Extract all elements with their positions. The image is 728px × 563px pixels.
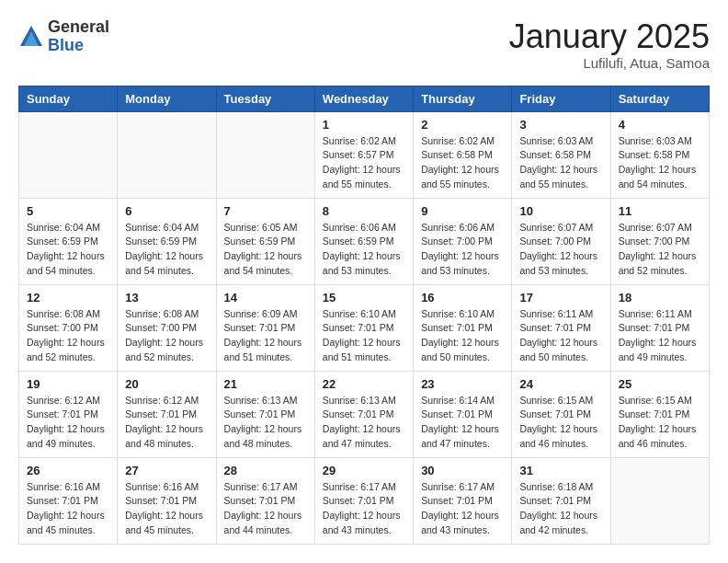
day-number: 30: [421, 464, 504, 477]
day-number: 21: [224, 377, 307, 391]
day-number: 28: [224, 464, 307, 477]
logo-icon: [18, 24, 44, 50]
week-row-3: 12Sunrise: 6:08 AMSunset: 7:00 PMDayligh…: [19, 284, 710, 371]
day-info: Sunrise: 6:17 AMSunset: 7:01 PMDaylight:…: [421, 480, 504, 538]
day-cell: 25Sunrise: 6:15 AMSunset: 7:01 PMDayligh…: [610, 371, 709, 457]
day-info: Sunrise: 6:08 AMSunset: 7:00 PMDaylight:…: [125, 307, 208, 365]
day-cell: [216, 111, 314, 198]
day-cell: 5Sunrise: 6:04 AMSunset: 6:59 PMDaylight…: [19, 198, 118, 284]
day-info: Sunrise: 6:10 AMSunset: 7:01 PMDaylight:…: [323, 307, 405, 365]
day-cell: [19, 111, 118, 198]
day-cell: 31Sunrise: 6:18 AMSunset: 7:01 PMDayligh…: [512, 457, 610, 544]
day-cell: [610, 457, 709, 544]
day-cell: 20Sunrise: 6:12 AMSunset: 7:01 PMDayligh…: [118, 371, 216, 457]
day-cell: 22Sunrise: 6:13 AMSunset: 7:01 PMDayligh…: [314, 371, 413, 457]
week-row-1: 1Sunrise: 6:02 AMSunset: 6:57 PMDaylight…: [19, 111, 710, 198]
day-cell: 19Sunrise: 6:12 AMSunset: 7:01 PMDayligh…: [19, 371, 118, 457]
day-cell: 30Sunrise: 6:17 AMSunset: 7:01 PMDayligh…: [414, 457, 512, 544]
logo-blue: Blue: [48, 37, 109, 55]
day-number: 18: [619, 291, 701, 304]
day-cell: 26Sunrise: 6:16 AMSunset: 7:01 PMDayligh…: [19, 457, 118, 544]
day-info: Sunrise: 6:13 AMSunset: 7:01 PMDaylight:…: [224, 394, 307, 452]
day-cell: 16Sunrise: 6:10 AMSunset: 7:01 PMDayligh…: [414, 284, 512, 371]
day-number: 23: [421, 377, 504, 391]
day-number: 4: [619, 118, 701, 132]
day-number: 7: [224, 204, 307, 218]
logo-general: General: [48, 18, 109, 37]
day-cell: 27Sunrise: 6:16 AMSunset: 7:01 PMDayligh…: [118, 457, 216, 544]
day-info: Sunrise: 6:16 AMSunset: 7:01 PMDaylight:…: [27, 480, 109, 538]
day-info: Sunrise: 6:03 AMSunset: 6:58 PMDaylight:…: [519, 134, 602, 192]
logo: General Blue: [18, 18, 109, 55]
day-number: 25: [619, 377, 701, 391]
day-info: Sunrise: 6:12 AMSunset: 7:01 PMDaylight:…: [125, 394, 208, 452]
day-cell: 18Sunrise: 6:11 AMSunset: 7:01 PMDayligh…: [610, 284, 709, 371]
day-info: Sunrise: 6:17 AMSunset: 7:01 PMDaylight:…: [224, 480, 307, 538]
weekday-header-tuesday: Tuesday: [216, 86, 314, 111]
day-cell: 29Sunrise: 6:17 AMSunset: 7:01 PMDayligh…: [314, 457, 413, 544]
day-info: Sunrise: 6:02 AMSunset: 6:58 PMDaylight:…: [421, 134, 504, 192]
week-row-2: 5Sunrise: 6:04 AMSunset: 6:59 PMDaylight…: [19, 198, 710, 284]
day-cell: 11Sunrise: 6:07 AMSunset: 7:00 PMDayligh…: [610, 198, 709, 284]
day-cell: [118, 111, 216, 198]
weekday-header-sunday: Sunday: [19, 86, 118, 111]
page-header: General Blue January 2025 Lufilufi, Atua…: [18, 18, 710, 71]
calendar-table: SundayMondayTuesdayWednesdayThursdayFrid…: [18, 86, 710, 545]
day-cell: 21Sunrise: 6:13 AMSunset: 7:01 PMDayligh…: [216, 371, 314, 457]
day-cell: 10Sunrise: 6:07 AMSunset: 7:00 PMDayligh…: [512, 198, 610, 284]
month-title: January 2025: [509, 18, 710, 55]
weekday-header-saturday: Saturday: [610, 86, 709, 111]
day-info: Sunrise: 6:10 AMSunset: 7:01 PMDaylight:…: [421, 307, 504, 365]
day-info: Sunrise: 6:03 AMSunset: 6:58 PMDaylight:…: [619, 134, 701, 192]
day-number: 29: [323, 464, 405, 477]
day-info: Sunrise: 6:02 AMSunset: 6:57 PMDaylight:…: [323, 134, 405, 192]
day-cell: 4Sunrise: 6:03 AMSunset: 6:58 PMDaylight…: [610, 111, 709, 198]
weekday-header-wednesday: Wednesday: [314, 86, 413, 111]
day-number: 26: [27, 464, 109, 477]
day-info: Sunrise: 6:04 AMSunset: 6:59 PMDaylight:…: [27, 221, 109, 279]
day-number: 13: [125, 291, 208, 304]
day-info: Sunrise: 6:05 AMSunset: 6:59 PMDaylight:…: [224, 221, 307, 279]
day-number: 19: [27, 377, 109, 391]
title-block: January 2025 Lufilufi, Atua, Samoa: [509, 18, 710, 71]
day-number: 15: [323, 291, 405, 304]
day-info: Sunrise: 6:13 AMSunset: 7:01 PMDaylight:…: [323, 394, 405, 452]
day-cell: 23Sunrise: 6:14 AMSunset: 7:01 PMDayligh…: [414, 371, 512, 457]
day-number: 2: [421, 118, 504, 132]
day-info: Sunrise: 6:12 AMSunset: 7:01 PMDaylight:…: [27, 394, 109, 452]
day-info: Sunrise: 6:06 AMSunset: 6:59 PMDaylight:…: [323, 221, 405, 279]
day-cell: 2Sunrise: 6:02 AMSunset: 6:58 PMDaylight…: [414, 111, 512, 198]
day-info: Sunrise: 6:06 AMSunset: 7:00 PMDaylight:…: [421, 221, 504, 279]
day-cell: 13Sunrise: 6:08 AMSunset: 7:00 PMDayligh…: [118, 284, 216, 371]
day-cell: 15Sunrise: 6:10 AMSunset: 7:01 PMDayligh…: [314, 284, 413, 371]
day-number: 11: [619, 204, 701, 218]
day-cell: 14Sunrise: 6:09 AMSunset: 7:01 PMDayligh…: [216, 284, 314, 371]
day-number: 10: [519, 204, 602, 218]
day-info: Sunrise: 6:15 AMSunset: 7:01 PMDaylight:…: [519, 394, 602, 452]
day-number: 24: [519, 377, 602, 391]
day-cell: 3Sunrise: 6:03 AMSunset: 6:58 PMDaylight…: [512, 111, 610, 198]
day-cell: 17Sunrise: 6:11 AMSunset: 7:01 PMDayligh…: [512, 284, 610, 371]
day-info: Sunrise: 6:07 AMSunset: 7:00 PMDaylight:…: [619, 221, 701, 279]
day-number: 27: [125, 464, 208, 477]
weekday-header-row: SundayMondayTuesdayWednesdayThursdayFrid…: [19, 86, 710, 111]
day-info: Sunrise: 6:18 AMSunset: 7:01 PMDaylight:…: [519, 480, 602, 538]
day-number: 20: [125, 377, 208, 391]
day-info: Sunrise: 6:08 AMSunset: 7:00 PMDaylight:…: [27, 307, 109, 365]
day-cell: 12Sunrise: 6:08 AMSunset: 7:00 PMDayligh…: [19, 284, 118, 371]
day-number: 9: [421, 204, 504, 218]
day-info: Sunrise: 6:15 AMSunset: 7:01 PMDaylight:…: [619, 394, 701, 452]
day-info: Sunrise: 6:11 AMSunset: 7:01 PMDaylight:…: [619, 307, 701, 365]
day-number: 5: [27, 204, 109, 218]
day-cell: 8Sunrise: 6:06 AMSunset: 6:59 PMDaylight…: [314, 198, 413, 284]
day-info: Sunrise: 6:07 AMSunset: 7:00 PMDaylight:…: [519, 221, 602, 279]
day-cell: 28Sunrise: 6:17 AMSunset: 7:01 PMDayligh…: [216, 457, 314, 544]
day-info: Sunrise: 6:09 AMSunset: 7:01 PMDaylight:…: [224, 307, 307, 365]
day-info: Sunrise: 6:14 AMSunset: 7:01 PMDaylight:…: [421, 394, 504, 452]
weekday-header-monday: Monday: [118, 86, 216, 111]
day-cell: 9Sunrise: 6:06 AMSunset: 7:00 PMDaylight…: [414, 198, 512, 284]
day-number: 22: [323, 377, 405, 391]
day-info: Sunrise: 6:11 AMSunset: 7:01 PMDaylight:…: [519, 307, 602, 365]
day-number: 1: [323, 118, 405, 132]
weekday-header-thursday: Thursday: [414, 86, 512, 111]
